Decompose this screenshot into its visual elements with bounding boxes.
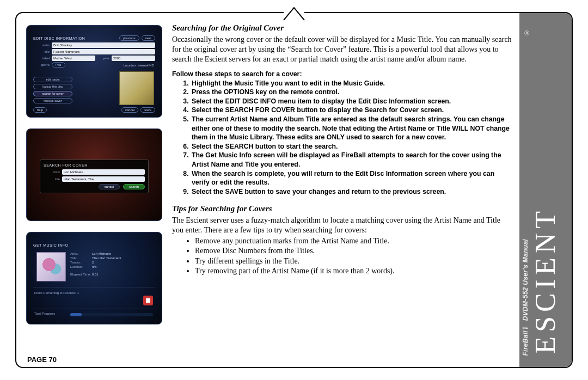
divider xyxy=(33,287,155,287)
steps-list: Highlight the Music Title you want to ed… xyxy=(172,79,513,197)
artist-input[interactable]: Bob Sharkey xyxy=(52,42,155,48)
save-button[interactable]: save xyxy=(140,107,155,113)
step-item: Highlight the Music Title you want to ed… xyxy=(191,79,513,88)
step-item: Press the OPTIONS key on the remote cont… xyxy=(191,88,513,97)
label-artist: artist xyxy=(33,44,50,47)
stop-icon[interactable] xyxy=(143,296,153,305)
total-progress-label: Total Progress xyxy=(34,312,55,315)
section-heading: Tips for Searching for Covers xyxy=(172,204,513,214)
steps-intro: Follow these steps to search for a cover… xyxy=(172,70,513,79)
step-item: When the search is complete, you will re… xyxy=(191,169,513,187)
cover-art-thumb xyxy=(119,71,154,105)
label-artist: artist xyxy=(44,170,60,174)
next-button[interactable]: next xyxy=(142,35,155,41)
panel-title: GET MUSIC INFO xyxy=(33,243,68,247)
page-notch xyxy=(284,5,304,19)
step-item: Select the EDIT DISC INFO menu item to d… xyxy=(191,97,513,106)
step-item: The Get Music Info screen will be displa… xyxy=(191,151,513,169)
page-content: EDIT DISC INFORMATION previous next arti… xyxy=(26,22,513,356)
label-title: title xyxy=(33,50,50,53)
edit-tracks-button[interactable]: edit tracks xyxy=(33,77,72,82)
screenshot-get-music-info: GET MUSIC INFO Artist:Lori Michaels Titl… xyxy=(26,232,162,324)
discs-remaining-label: Discs Remaining to Process: 1 xyxy=(34,291,79,295)
search-for-cover-button[interactable]: search for cover xyxy=(33,91,72,96)
tip-item: Try removing part of the Artist Name (if… xyxy=(195,266,513,276)
page-number: PAGE 70 xyxy=(27,356,57,364)
cancel-button[interactable]: cancel xyxy=(99,184,120,189)
panel-title: SEARCH FOR COVER xyxy=(44,163,145,167)
progress-bar xyxy=(70,313,153,316)
label-year: year xyxy=(97,57,109,60)
genre-select[interactable]: Pop xyxy=(52,62,65,68)
manual-title: FireBall™ DVDM-552 User's Manual xyxy=(522,239,529,356)
cancel-button[interactable]: cancel xyxy=(121,107,138,113)
remove-cover-button[interactable]: remove cover xyxy=(33,98,72,103)
search-button[interactable]: search xyxy=(123,184,145,189)
location-label: Location: Internal HD xyxy=(124,64,154,67)
panel-title: EDIT DISC INFORMATION xyxy=(33,36,85,40)
year-input[interactable]: 2006 xyxy=(112,56,155,61)
tip-item: Remove Disc Numbers from the Titles. xyxy=(195,246,513,256)
title-input[interactable]: Foolish Nightmare xyxy=(52,49,155,54)
label-label: label xyxy=(33,57,50,60)
section-heading: Searching for the Original Cover xyxy=(172,23,513,34)
previous-button[interactable]: previous xyxy=(119,35,139,41)
text-column: Searching for the Original Cover Occasio… xyxy=(172,22,513,356)
lookup-disc-button[interactable]: lookup this disc xyxy=(33,84,72,89)
label-genre: genre xyxy=(33,63,50,66)
screenshot-column: EDIT DISC INFORMATION previous next arti… xyxy=(26,22,162,356)
step-item: Select the SEARCH button to start the se… xyxy=(191,142,513,151)
label-input[interactable]: Mother West xyxy=(52,56,95,61)
screenshot-edit-disc-info: EDIT DISC INFORMATION previous next arti… xyxy=(26,25,162,118)
tips-list: Remove any punctuation marks from the Ar… xyxy=(172,236,513,276)
title-input[interactable]: Lilac Testament, The xyxy=(62,176,145,182)
artist-input[interactable]: Lori Michaels xyxy=(62,169,145,175)
music-info-meta: Artist:Lori Michaels Title:The Lilac Tes… xyxy=(70,252,121,276)
tip-item: Try different spellings in the Title. xyxy=(195,256,513,266)
tip-item: Remove any punctuation marks from the Ar… xyxy=(195,236,513,246)
registered-mark: ® xyxy=(524,29,529,38)
step-item: Select the SAVE button to save your chan… xyxy=(191,187,513,197)
section-paragraph: The Escient server uses a fuzzy-match al… xyxy=(172,216,513,235)
brand-logo-text: ESCIENT xyxy=(531,207,560,354)
help-button[interactable]: help xyxy=(33,107,47,113)
cover-art-thumb xyxy=(36,252,66,281)
step-item: Select the SEARCH FOR COVER button to di… xyxy=(191,106,513,115)
divider xyxy=(33,309,155,309)
section-paragraph: Occasionally the wrong cover or the defa… xyxy=(172,35,513,65)
step-item: The current Artist Name and Album Title … xyxy=(191,115,513,142)
screenshot-search-for-cover: SEARCH FOR COVER artistLori Michaels tit… xyxy=(26,128,162,221)
label-title: title xyxy=(44,177,60,181)
